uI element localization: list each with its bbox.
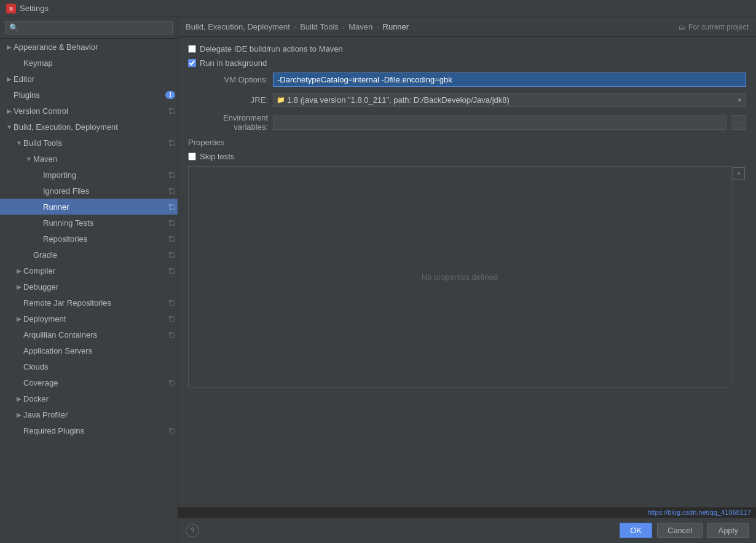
- skip-tests-label: Skip tests: [200, 152, 234, 161]
- sidebar-label-version-control: Version Control: [14, 106, 167, 116]
- sidebar-item-keymap[interactable]: Keymap: [0, 55, 178, 71]
- run-background-checkbox-row: Run in background: [188, 58, 746, 68]
- env-vars-label: Environment variables:: [188, 113, 268, 132]
- sidebar-item-ignored-files[interactable]: Ignored Files⿻: [0, 183, 178, 199]
- status-url: https://blog.csdn.net/qq_41868117: [647, 509, 751, 516]
- properties-sidebar: +: [731, 166, 746, 387]
- sidebar-label-gradle: Gradle: [33, 250, 167, 260]
- sidebar-item-version-control[interactable]: ▶Version Control⿻: [0, 103, 178, 119]
- copy-icon-runner: ⿻: [169, 204, 175, 210]
- arrow-debugger: ▶: [15, 283, 23, 290]
- sidebar-item-repositories[interactable]: Repositories⿻: [0, 231, 178, 247]
- copy-icon-importing: ⿻: [169, 172, 175, 178]
- breadcrumb-item-0[interactable]: Build, Execution, Deployment: [186, 22, 290, 31]
- bottom-right: OK Cancel Apply: [620, 523, 749, 538]
- sidebar-item-importing[interactable]: Importing⿻: [0, 167, 178, 183]
- sidebar-item-appearance[interactable]: ▶Appearance & Behavior: [0, 39, 178, 55]
- sidebar-label-editor: Editor: [14, 74, 175, 84]
- arrow-editor: ▶: [5, 76, 14, 82]
- breadcrumb-item-2[interactable]: Maven: [348, 22, 372, 31]
- copy-icon-compiler: ⿻: [169, 268, 175, 274]
- sidebar-label-required-plugins: Required Plugins: [23, 426, 167, 435]
- sidebar-label-compiler: Compiler: [23, 266, 167, 275]
- breadcrumb-sep-0: ›: [294, 22, 296, 31]
- sidebar-item-clouds[interactable]: Clouds: [0, 359, 178, 375]
- env-vars-input[interactable]: [273, 116, 726, 130]
- jre-select[interactable]: 1.8 (java version "1.8.0_211", path: D:/…: [273, 93, 746, 107]
- sidebar-item-required-plugins[interactable]: Required Plugins⿻: [0, 422, 178, 438]
- breadcrumb-sep-2: ›: [376, 22, 379, 31]
- status-bar: https://blog.csdn.net/qq_41868117: [178, 507, 756, 517]
- sidebar-item-docker[interactable]: ▶Docker: [0, 390, 178, 406]
- sidebar-label-deployment: Deployment: [23, 314, 167, 323]
- for-current-project-label: For current project: [688, 23, 749, 31]
- copy-icon-running-tests: ⿻: [169, 220, 175, 226]
- sidebar-item-java-profiler[interactable]: ▶Java Profiler: [0, 406, 178, 422]
- vm-options-input[interactable]: [273, 73, 746, 87]
- sidebar-item-runner[interactable]: Runner⿻: [0, 199, 178, 215]
- sidebar-item-build-tools[interactable]: ▼Build Tools⿻: [0, 135, 178, 151]
- for-current-project-button[interactable]: 🗂 For current project: [679, 23, 749, 31]
- sidebar-item-arquillian[interactable]: Arquillian Containers⿻: [0, 327, 178, 343]
- sidebar-item-compiler[interactable]: ▶Compiler⿻: [0, 263, 178, 279]
- arrow-build-execution: ▼: [5, 124, 14, 130]
- jre-row: JRE: 📁 1.8 (java version "1.8.0_211", pa…: [188, 93, 746, 107]
- dialog: ▶Appearance & BehaviorKeymap▶EditorPlugi…: [0, 17, 756, 543]
- sidebar-label-arquillian: Arquillian Containers: [23, 330, 167, 339]
- delegate-checkbox[interactable]: [188, 45, 196, 53]
- breadcrumb-item-1[interactable]: Build Tools: [300, 22, 339, 31]
- sidebar-item-editor[interactable]: ▶Editor: [0, 71, 178, 87]
- help-button[interactable]: ?: [186, 524, 199, 537]
- properties-container: No properties defined +: [188, 166, 746, 387]
- add-property-button[interactable]: +: [733, 167, 745, 180]
- sidebar-label-importing: Importing: [43, 170, 167, 180]
- sidebar-label-running-tests: Running Tests: [43, 218, 167, 228]
- arrow-compiler: ▶: [15, 268, 23, 274]
- sidebar-label-plugins: Plugins: [14, 90, 163, 100]
- sidebar-item-app-servers[interactable]: Application Servers: [0, 343, 178, 359]
- arrow-version-control: ▶: [5, 108, 14, 114]
- run-background-checkbox[interactable]: [188, 59, 196, 67]
- run-background-label: Run in background: [200, 58, 267, 68]
- sidebar-item-build-execution[interactable]: ▼Build, Execution, Deployment: [0, 119, 178, 135]
- env-vars-row: Environment variables: ⋯: [188, 113, 746, 132]
- sidebar-item-debugger[interactable]: ▶Debugger: [0, 279, 178, 295]
- sidebar-label-clouds: Clouds: [23, 362, 175, 371]
- arrow-docker: ▶: [15, 395, 23, 402]
- sidebar-item-coverage[interactable]: Coverage⿻: [0, 375, 178, 390]
- breadcrumb-bar: Build, Execution, Deployment›Build Tools…: [178, 17, 756, 37]
- sidebar-item-plugins[interactable]: Plugins1: [0, 87, 178, 103]
- title-bar-text: Settings: [20, 4, 49, 13]
- jre-select-wrapper: 📁 1.8 (java version "1.8.0_211", path: D…: [273, 93, 746, 107]
- arrow-maven: ▼: [25, 156, 33, 162]
- arrow-appearance: ▶: [5, 44, 14, 50]
- jre-label: JRE:: [188, 95, 268, 105]
- copy-icon-deployment: ⿻: [169, 315, 175, 322]
- arrow-deployment: ▶: [15, 315, 23, 322]
- breadcrumb-item-3: Runner: [383, 22, 409, 31]
- sidebar-item-remote-jar[interactable]: Remote Jar Repositories⿻: [0, 295, 178, 311]
- copy-icon-version-control: ⿻: [169, 108, 175, 114]
- copy-icon-arquillian: ⿻: [169, 331, 175, 338]
- arrow-build-tools: ▼: [15, 140, 23, 146]
- copy-icon-build-tools: ⿻: [169, 140, 175, 146]
- sidebar-item-maven[interactable]: ▼Maven: [0, 151, 178, 167]
- sidebar-item-deployment[interactable]: ▶Deployment⿻: [0, 311, 178, 327]
- no-properties-label: No properties defined: [422, 272, 498, 282]
- skip-tests-checkbox[interactable]: [188, 153, 196, 161]
- properties-table: No properties defined: [188, 166, 731, 387]
- sidebar-item-running-tests[interactable]: Running Tests⿻: [0, 215, 178, 231]
- env-vars-browse-button[interactable]: ⋯: [731, 115, 746, 130]
- copy-icon-required-plugins: ⿻: [169, 427, 175, 434]
- main-content: Build, Execution, Deployment›Build Tools…: [178, 17, 756, 543]
- breadcrumb: Build, Execution, Deployment›Build Tools…: [186, 22, 409, 31]
- apply-button[interactable]: Apply: [707, 523, 749, 538]
- search-input[interactable]: [5, 21, 173, 34]
- sidebar-label-app-servers: Application Servers: [23, 346, 175, 355]
- ok-button[interactable]: OK: [620, 523, 652, 538]
- sidebar-item-gradle[interactable]: Gradle⿻: [0, 247, 178, 263]
- vm-options-row: VM Options:: [188, 73, 746, 87]
- copy-icon-repositories: ⿻: [169, 236, 175, 242]
- delegate-checkbox-row: Delegate IDE build/run actions to Maven: [188, 44, 746, 54]
- cancel-button[interactable]: Cancel: [657, 523, 703, 538]
